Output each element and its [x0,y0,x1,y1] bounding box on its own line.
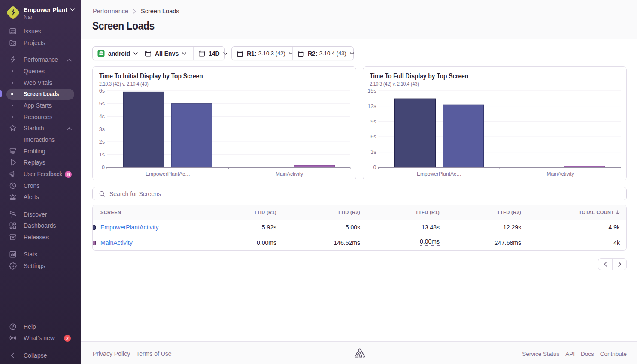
svg-text:2s: 2s [99,139,105,145]
svg-text:4s: 4s [99,114,105,120]
svg-text:12s: 12s [367,103,376,109]
svg-text:1s: 1s [99,152,105,158]
svg-text:3s: 3s [99,126,105,132]
svg-text:6s: 6s [370,134,376,140]
svg-text:EmpowerPlantAc…: EmpowerPlantAc… [417,171,461,177]
svg-text:3s: 3s [370,149,376,155]
svg-text:5s: 5s [99,101,105,107]
svg-text:MainActivity: MainActivity [276,171,303,177]
svg-text:9s: 9s [370,119,376,125]
svg-text:15s: 15s [367,88,376,94]
svg-text:0: 0 [102,165,105,171]
svg-text:MainActivity: MainActivity [546,171,574,177]
svg-text:EmpowerPlantAc…: EmpowerPlantAc… [146,171,190,177]
svg-text:0: 0 [373,165,376,171]
svg-text:6s: 6s [99,88,105,94]
